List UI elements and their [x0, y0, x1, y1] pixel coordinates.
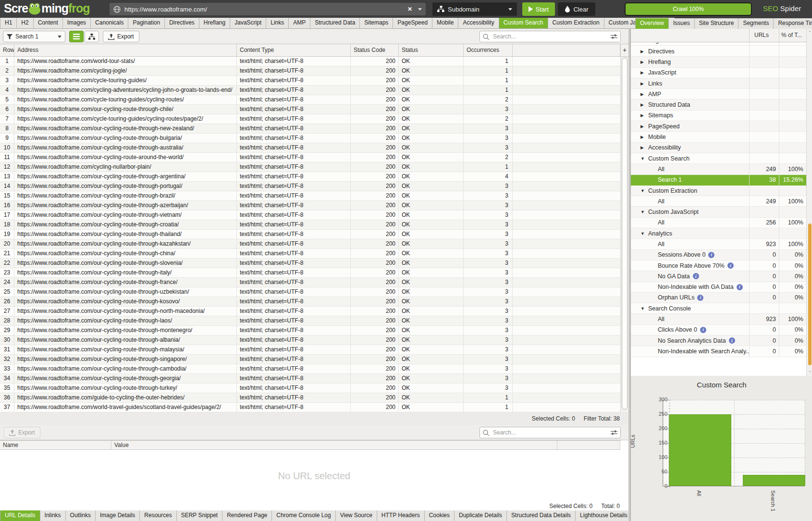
chevron-collapsed-icon[interactable]: ▶	[640, 135, 648, 139]
panel-tab-issues[interactable]: Issues	[669, 18, 695, 29]
column-value[interactable]: Value	[111, 441, 557, 449]
chevron-collapsed-icon[interactable]: ▶	[640, 92, 648, 97]
sidebar-item-all[interactable]: All249100%	[631, 164, 806, 174]
tab-content[interactable]: Content	[34, 18, 63, 28]
table-row[interactable]: 11https://www.roadtoframe.com/our-cyclin…	[0, 153, 620, 162]
detail-tab-url-details[interactable]: URL Details	[0, 510, 40, 521]
sidebar-scrollbar[interactable]: ⌃ ⌄	[806, 29, 812, 376]
sidebar-item-orphan-urls[interactable]: Orphan URLsi00%	[631, 293, 806, 303]
table-row[interactable]: 17https://www.roadtoframe.com/our-cyclin…	[0, 211, 620, 220]
tab-accessibility[interactable]: Accessibility	[458, 18, 499, 28]
detail-tab-view-source[interactable]: View Source	[336, 510, 377, 521]
table-row[interactable]: 26https://www.roadtoframe.com/our-cyclin…	[0, 297, 620, 307]
table-row[interactable]: 1https://www.roadtoframe.com/world-tour-…	[0, 57, 620, 66]
tab-pagespeed[interactable]: PageSpeed	[393, 18, 432, 28]
tab-javascript[interactable]: JavaScript	[230, 18, 266, 28]
table-row[interactable]: 34https://www.roadtoframe.com/our-cyclin…	[0, 374, 620, 384]
detail-tab-resources[interactable]: Resources	[140, 510, 176, 521]
chevron-collapsed-icon[interactable]: ▶	[640, 124, 648, 129]
column-status[interactable]: Status	[399, 44, 464, 56]
info-icon[interactable]: i	[737, 284, 743, 290]
table-row[interactable]: 9https://www.roadtoframe.com/our-cycling…	[0, 134, 620, 143]
sidebar-item-sessions-above-0[interactable]: Sessions Above 0i00%	[631, 250, 806, 260]
info-icon[interactable]: i	[727, 262, 734, 269]
table-row[interactable]: 22https://www.roadtoframe.com/our-cyclin…	[0, 259, 620, 268]
start-button[interactable]: Start	[522, 2, 555, 16]
table-row[interactable]: 19https://www.roadtoframe.com/our-cyclin…	[0, 230, 620, 239]
tab-structured-data[interactable]: Structured Data	[310, 18, 360, 28]
column-percent[interactable]: % of T...	[779, 29, 806, 42]
detail-tab-http-headers[interactable]: HTTP Headers	[377, 510, 425, 521]
chevron-expanded-icon[interactable]: ▼	[640, 156, 648, 161]
info-icon[interactable]: i	[693, 273, 699, 279]
sidebar-item-all[interactable]: All256100%	[631, 218, 806, 228]
scrollbar-thumb[interactable]	[622, 58, 627, 409]
sidebar-item-no-search-analytics-data[interactable]: No Search Analytics Datai00%	[631, 335, 806, 346]
column-content-type[interactable]: Content Type	[237, 44, 351, 56]
chevron-expanded-icon[interactable]: ▼	[640, 306, 648, 311]
sidebar-item-accessibility[interactable]: ▶Accessibility	[631, 143, 806, 153]
chevron-collapsed-icon[interactable]: ▶	[640, 49, 648, 54]
table-row[interactable]: 8https://www.roadtoframe.com/our-cycling…	[0, 124, 620, 134]
chevron-expanded-icon[interactable]: ▼	[640, 231, 648, 236]
tab-sitemaps[interactable]: Sitemaps	[360, 18, 393, 28]
sidebar-item-all[interactable]: All923100%	[631, 314, 806, 324]
chevron-collapsed-icon[interactable]: ▶	[640, 113, 648, 118]
sidebar-item-custom-search[interactable]: ▼Custom Search	[631, 153, 806, 164]
table-row[interactable]: 36https://www.roadtoframe.com/guide-to-c…	[0, 393, 620, 403]
search-options-icon[interactable]	[611, 430, 617, 435]
table-row[interactable]: 29https://www.roadtoframe.com/our-cyclin…	[0, 326, 620, 335]
table-row[interactable]: 16https://www.roadtoframe.com/our-cyclin…	[0, 201, 620, 211]
scroll-up-icon[interactable]: ⌃	[808, 30, 812, 35]
table-row[interactable]: 31https://www.roadtoframe.com/our-cyclin…	[0, 345, 620, 355]
table-row[interactable]: 24https://www.roadtoframe.com/our-cyclin…	[0, 278, 620, 287]
column-row[interactable]: Row	[0, 44, 14, 56]
table-row[interactable]: 33https://www.roadtoframe.com/our-cyclin…	[0, 364, 620, 374]
sidebar-item-javascript[interactable]: ▶JavaScript	[631, 68, 806, 78]
table-row[interactable]: 30https://www.roadtoframe.com/our-cyclin…	[0, 335, 620, 345]
table-row[interactable]: 4https://www.roadtoframe.com/cycling-adv…	[0, 86, 620, 95]
table-row[interactable]: 14https://www.roadtoframe.com/our-cyclin…	[0, 182, 620, 191]
panel-tab-site-structure[interactable]: Site Structure	[695, 18, 739, 29]
column-urls[interactable]: URLs	[749, 29, 779, 42]
detail-tab-image-details[interactable]: Image Details	[96, 510, 140, 521]
detail-tab-rendered-page[interactable]: Rendered Page	[222, 510, 272, 521]
tree-view-button[interactable]	[85, 31, 99, 42]
table-row[interactable]: 10https://www.roadtoframe.com/our-cyclin…	[0, 143, 620, 153]
chevron-collapsed-icon[interactable]: ▶	[640, 60, 648, 64]
tab-directives[interactable]: Directives	[165, 18, 199, 28]
column-name[interactable]: Name	[0, 441, 111, 449]
sidebar-item-all[interactable]: All923100%	[631, 239, 806, 249]
url-history-caret-icon[interactable]	[418, 8, 422, 11]
sidebar-item-clicks-above-0[interactable]: Clicks Above 0i00%	[631, 325, 806, 335]
table-row[interactable]: 12https://www.roadtoframe.com/cycling-nu…	[0, 162, 620, 172]
table-row[interactable]: 5https://www.roadtoframe.com/cycle-touri…	[0, 95, 620, 105]
sidebar-item-sitemaps[interactable]: ▶Sitemaps	[631, 111, 806, 121]
detail-tab-lighthouse-details[interactable]: Lighthouse Details	[576, 510, 632, 521]
table-row[interactable]: 23https://www.roadtoframe.com/our-cyclin…	[0, 268, 620, 278]
sidebar-item-search-1[interactable]: Search 13815.26%	[631, 175, 806, 186]
chevron-collapsed-icon[interactable]: ▶	[640, 70, 648, 75]
sidebar-item-non-indexable-with-search-analy-[interactable]: Non-Indexable with Search Analy...i00%	[631, 346, 806, 357]
table-row[interactable]: 2https://www.roadtoframe.com/cycling-jog…	[0, 66, 620, 76]
tab-hreflang[interactable]: Hreflang	[199, 18, 230, 28]
sidebar-item-analytics[interactable]: ▼Analytics	[631, 228, 806, 239]
info-icon[interactable]: i	[700, 327, 706, 333]
sidebar-item-pagination[interactable]: ▶Pagination	[631, 42, 806, 46]
tab-images[interactable]: Images	[63, 18, 91, 28]
table-scrollbar[interactable]	[620, 57, 628, 412]
chevron-collapsed-icon[interactable]: ▶	[640, 42, 648, 43]
table-row[interactable]: 6https://www.roadtoframe.com/our-cycling…	[0, 105, 620, 114]
detail-tab-duplicate-details[interactable]: Duplicate Details	[455, 510, 507, 521]
detail-tab-outlinks[interactable]: Outlinks	[66, 510, 96, 521]
table-row[interactable]: 13https://www.roadtoframe.com/our-cyclin…	[0, 172, 620, 182]
panel-tab-response-tin[interactable]: Response Tin	[774, 18, 812, 29]
tab-canonicals[interactable]: Canonicals	[91, 18, 128, 28]
chevron-expanded-icon[interactable]: ▼	[640, 210, 648, 214]
detail-tab-serp-snippet[interactable]: SERP Snippet	[177, 510, 223, 521]
chevron-collapsed-icon[interactable]: ▶	[640, 81, 648, 86]
table-row[interactable]: 25https://www.roadtoframe.com/our-cyclin…	[0, 287, 620, 297]
sidebar-item-mobile[interactable]: ▶Mobile	[631, 132, 806, 142]
sidebar-item-hreflang[interactable]: ▶Hreflang	[631, 57, 806, 67]
detail-tab-structured-data-details[interactable]: Structured Data Details	[507, 510, 576, 521]
